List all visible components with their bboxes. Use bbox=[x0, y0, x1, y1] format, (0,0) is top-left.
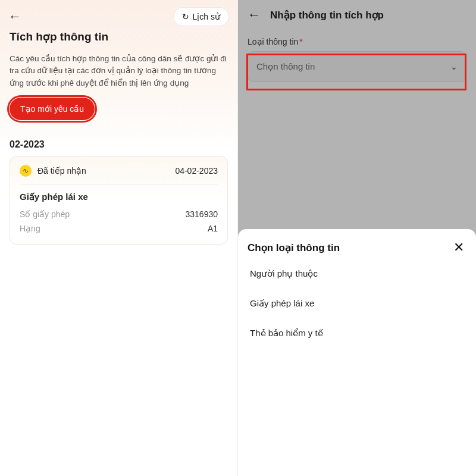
sheet-title: Chọn loại thông tin bbox=[248, 242, 340, 254]
sheet-option-insurance[interactable]: Thẻ bảo hiểm y tế bbox=[248, 318, 466, 348]
card-date: 04-02-2023 bbox=[175, 166, 218, 176]
highlight-create-button: Tạo mới yêu cầu bbox=[10, 98, 95, 120]
card-title: Giấy phép lái xe bbox=[20, 184, 218, 207]
dropdown-wrap: Chọn thông tin ⌄ bbox=[248, 51, 466, 82]
history-icon: ↻ bbox=[182, 12, 189, 21]
info-type-dropdown[interactable]: Chọn thông tin ⌄ bbox=[248, 51, 466, 82]
card-row: Số giấy phép 3316930 bbox=[20, 207, 218, 221]
back-icon[interactable]: ← bbox=[248, 8, 261, 21]
row-key: Số giấy phép bbox=[20, 209, 70, 219]
dropdown-placeholder: Chọn thông tin bbox=[256, 61, 315, 72]
card-row: Hạng A1 bbox=[20, 221, 218, 236]
field-label: Loại thông tin* bbox=[248, 37, 466, 46]
row-key: Hạng bbox=[20, 224, 40, 233]
screen-integration-form: ← Nhập thông tin tích hợp Loại thông tin… bbox=[238, 0, 476, 476]
sheet-option-license[interactable]: Giấy phép lái xe bbox=[248, 289, 466, 318]
form-title: Nhập thông tin tích hợp bbox=[270, 9, 384, 21]
page-description: Các yêu cầu tích hợp thông tin của công … bbox=[0, 51, 237, 98]
status-text: Đã tiếp nhận bbox=[37, 166, 86, 176]
history-label: Lịch sử bbox=[193, 12, 220, 21]
form-header: ← Nhập thông tin tích hợp bbox=[238, 0, 476, 29]
request-card[interactable]: ∿ Đã tiếp nhận 04-02-2023 Giấy phép lái … bbox=[10, 156, 228, 245]
required-asterisk: * bbox=[299, 37, 302, 46]
sheet-header: Chọn loại thông tin ✕ bbox=[248, 240, 466, 255]
form-body: Loại thông tin* Chọn thông tin ⌄ bbox=[238, 29, 476, 90]
section-month: 02-2023 bbox=[0, 131, 237, 156]
sheet-option-dependent[interactable]: Người phụ thuộc bbox=[248, 259, 466, 289]
header-row: ← ↻ Lịch sử bbox=[0, 0, 237, 30]
chevron-down-icon: ⌄ bbox=[450, 62, 458, 71]
back-icon[interactable]: ← bbox=[8, 10, 21, 23]
field-label-text: Loại thông tin bbox=[248, 37, 298, 46]
screen-integration-list: ← ↻ Lịch sử Tích hợp thông tin Các yêu c… bbox=[0, 0, 238, 476]
create-request-button[interactable]: Tạo mới yêu cầu bbox=[10, 98, 95, 120]
close-icon[interactable]: ✕ bbox=[451, 240, 466, 255]
card-header: ∿ Đã tiếp nhận 04-02-2023 bbox=[20, 165, 218, 184]
status-icon: ∿ bbox=[20, 165, 32, 177]
row-value: 3316930 bbox=[185, 209, 218, 219]
row-value: A1 bbox=[208, 224, 218, 233]
bottom-sheet: Chọn loại thông tin ✕ Người phụ thuộc Gi… bbox=[238, 229, 476, 476]
history-button[interactable]: ↻ Lịch sử bbox=[173, 7, 229, 26]
page-title: Tích hợp thông tin bbox=[0, 30, 237, 51]
